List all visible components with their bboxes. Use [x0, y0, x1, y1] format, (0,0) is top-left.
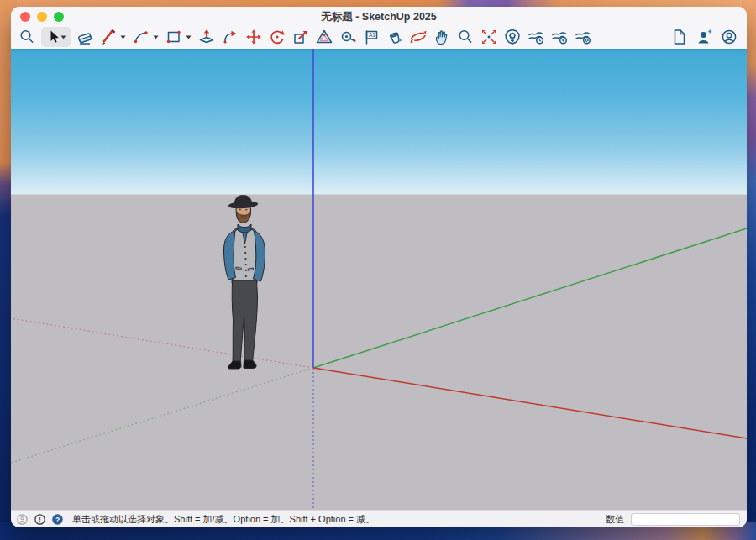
- green-axis: [313, 228, 747, 368]
- measurement-label: 数值: [606, 513, 624, 526]
- new-document-icon[interactable]: [669, 28, 688, 46]
- paint-bucket-tool-icon[interactable]: [386, 28, 404, 46]
- layers-gear-icon[interactable]: [574, 28, 592, 46]
- orbit-tool-icon[interactable]: [409, 28, 428, 46]
- statusbar: ! ? 单击或拖动以选择对象。Shift = 加/减。Option = 加。Sh…: [11, 510, 747, 527]
- add-user-icon[interactable]: [695, 28, 713, 46]
- account-icon[interactable]: [720, 28, 738, 46]
- extension-shield-icon[interactable]: [503, 28, 522, 46]
- titlebar[interactable]: 无标题 - SketchUp 2025: [11, 7, 747, 27]
- rectangle-tool-icon[interactable]: [165, 28, 183, 46]
- zoom-tool-icon[interactable]: [456, 28, 475, 46]
- line-tool-icon[interactable]: [99, 28, 118, 46]
- arc-tool-icon[interactable]: [132, 28, 150, 46]
- select-tool-active: [41, 27, 71, 47]
- svg-text:!: !: [39, 516, 41, 523]
- layers-clock-icon[interactable]: [527, 28, 545, 46]
- svg-text:A1: A1: [369, 32, 375, 38]
- sketchup-window: 无标题 - SketchUp 2025: [11, 7, 747, 527]
- help-icon[interactable]: ?: [51, 513, 64, 526]
- pan-tool-icon[interactable]: [433, 28, 451, 46]
- text-tool-icon[interactable]: A1: [362, 28, 381, 46]
- red-axis: [313, 368, 747, 438]
- select-dropdown-icon[interactable]: [60, 28, 67, 46]
- search-icon[interactable]: [18, 28, 36, 46]
- toolbar-right-group: [669, 28, 740, 46]
- pushpull-tool-icon[interactable]: [197, 28, 216, 46]
- zoom-extents-tool-icon[interactable]: [480, 28, 498, 46]
- move-tool-icon[interactable]: [244, 28, 263, 46]
- status-hint: 单击或拖动以选择对象。Shift = 加/减。Option = 加。Shift …: [72, 513, 375, 526]
- geolocation-icon[interactable]: [16, 513, 29, 526]
- tape-measure-tool-icon[interactable]: [339, 28, 357, 46]
- drawing-axes: [11, 49, 747, 510]
- line-dropdown-icon[interactable]: [119, 28, 127, 46]
- arc-dropdown-icon[interactable]: [152, 28, 160, 46]
- measurement-input[interactable]: [631, 513, 740, 526]
- rotate-tool-icon[interactable]: [268, 28, 286, 46]
- model-viewport[interactable]: [11, 49, 747, 510]
- measurement-area: 数值: [606, 513, 740, 526]
- scale-tool-icon[interactable]: [291, 28, 310, 46]
- followme-tool-icon[interactable]: [221, 28, 239, 46]
- rectangle-dropdown-icon[interactable]: [185, 28, 192, 46]
- layers-share-icon[interactable]: [550, 28, 569, 46]
- eraser-tool-icon[interactable]: [76, 28, 94, 46]
- credits-icon[interactable]: !: [34, 513, 46, 526]
- window-title: 无标题 - SketchUp 2025: [11, 10, 747, 24]
- offset-tool-icon[interactable]: [315, 28, 333, 46]
- svg-text:?: ?: [55, 515, 60, 523]
- toolbar: A1: [11, 27, 747, 49]
- green-axis-dotted: [11, 368, 313, 463]
- scale-figure[interactable]: [213, 194, 280, 375]
